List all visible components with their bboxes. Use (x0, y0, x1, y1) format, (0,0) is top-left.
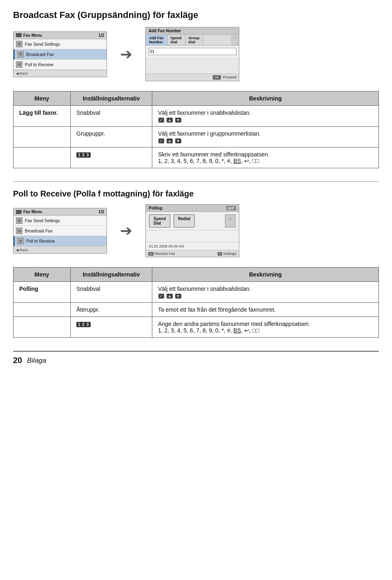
polling-fax-menu-icon (16, 210, 22, 214)
extra-button[interactable]: ··· (225, 214, 236, 228)
fax-number-input[interactable] (148, 48, 236, 55)
poll-menu-item-fax-send-settings[interactable]: ⊞ Fax Send Settings (13, 216, 107, 226)
add-fax-number-screen: Add Fax Number Add FaxNumber SpeedDial G… (145, 27, 239, 81)
table-row: 1 2 3 Skriv ett faxnummer med sifferknap… (13, 147, 379, 168)
page-label: Bilaga (27, 357, 46, 365)
fax-send-icon: ⊞ (16, 41, 22, 47)
tab-speed-dial[interactable]: SpeedDial (167, 35, 185, 45)
fax-menu-titlebar: Fax Menu 1/2 (13, 32, 107, 39)
broadcast-fax-menu-screen: Fax Menu 1/2 ⊞ Fax Send Settings ⊟ Broad… (13, 31, 107, 77)
table-row: Polling Snabbval Välj ett faxnummer i sn… (13, 282, 379, 303)
table-row: Återuppr. Ta emot ett fax från det föreg… (13, 303, 379, 317)
polling-footer: ⊙ Receive Fax ≡ Settings (146, 250, 239, 257)
polling-info-table: Meny Inställningsalter­nativ Beskrivning… (13, 267, 379, 338)
arrow-right-1: ➔ (117, 46, 136, 63)
poll-icon: ⊞ (16, 61, 22, 68)
nav-symbol-check: ✓ (158, 118, 164, 123)
nav-symbol-up: ▲ (167, 138, 173, 143)
broadcast-screens-row: Fax Menu 1/2 ⊞ Fax Send Settings ⊟ Broad… (13, 27, 379, 81)
cell-setting: Återuppr. (71, 303, 152, 317)
menu-item-label: Broadcast Fax (25, 228, 53, 233)
table-row: 1 2 3 Ange den andra partens faxnummer m… (13, 317, 379, 338)
menu-item-poll-to-receive[interactable]: ⊞ Poll to Receive (13, 60, 107, 70)
speed-dial-button[interactable]: SpeedDial (149, 214, 170, 228)
poll-fax-send-icon: ⊞ (16, 217, 22, 224)
cell-description: Välj ett faxnummer i snabbvalslistan. ✓ … (152, 282, 379, 303)
polling-fax-menu-content: ⊞ Fax Send Settings ⊟ Broadcast Fax ⊞ Po… (13, 216, 107, 246)
polling-fax-menu-screen: Fax Menu 1/2 ⊞ Fax Send Settings ⊟ Broad… (13, 208, 107, 254)
polling-screen: Polling ADF SpeedDial Redial ··· 01.01.2… (145, 204, 239, 257)
cell-menu (13, 147, 71, 168)
cell-menu (13, 317, 71, 338)
poll-col-header-beskrivning: Beskrivning (152, 268, 379, 282)
ok-button[interactable]: OK (213, 75, 221, 80)
polling-section: Poll to Receive (Polla f mottagning) för… (13, 189, 379, 338)
add-fax-tabs: Add FaxNumber SpeedDial GroupDial ··· (146, 35, 239, 46)
poll-broadcast-icon: ⊟ (16, 228, 22, 234)
settings-label: ≡ Settings (218, 252, 236, 256)
menu-item-broadcast-fax[interactable]: ⊟ Broadcast Fax (13, 49, 107, 60)
page-number: 20 (13, 356, 22, 365)
num-badge: 1 2 3 (76, 152, 91, 158)
cell-description: Ange den andra partens faxnummer med sif… (152, 317, 379, 338)
table-row: Gruppuppr. Välj ett faxnummer i gruppnum… (13, 127, 379, 147)
nav-symbol-up: ▲ (167, 118, 173, 123)
cell-setting: 1 2 3 (71, 147, 152, 168)
polling-screens-row: Fax Menu 1/2 ⊞ Fax Send Settings ⊟ Broad… (13, 204, 379, 257)
col-header-installs: Inställningsalter­nativ (71, 91, 152, 106)
nav-symbol-down: ▼ (175, 118, 181, 123)
cell-menu (13, 303, 71, 317)
cell-menu (13, 127, 71, 147)
poll-menu-item-broadcast-fax[interactable]: ⊟ Broadcast Fax (13, 226, 107, 236)
fax-menu-title: Fax Menu (23, 33, 42, 38)
cell-description: Ta emot ett fax från det föregående faxn… (152, 303, 379, 317)
nav-symbol-up: ▲ (167, 294, 173, 299)
nav-symbol-down: ▼ (175, 294, 181, 299)
broadcast-title: Broadcast Fax (Gruppsändning) för faxläg… (13, 10, 379, 20)
fax-menu-back[interactable]: ◀ Back (13, 70, 107, 77)
cell-description: Skriv ett faxnummer med sifferknappsatse… (152, 147, 379, 168)
nav-symbol-check: ✓ (158, 138, 164, 143)
cell-setting: Gruppuppr. (71, 127, 152, 147)
cell-setting: Snabbval (71, 282, 152, 303)
table-row: Lägg till faxnr. Snabbval Välj ett faxnu… (13, 106, 379, 127)
cell-description: Välj ett faxnummer i snabbvalslistan. ✓ … (152, 106, 379, 127)
polling-title: Poll to Receive (Polla f mottagning) för… (13, 189, 379, 199)
tab-group-dial[interactable]: GroupDial (185, 35, 203, 45)
nav-symbol-down: ▼ (175, 138, 181, 143)
menu-item-label: Poll to Receive (26, 239, 55, 243)
proceed-bar: OK Proceed (146, 74, 239, 81)
section-divider (13, 181, 379, 182)
adf-badge: ADF (226, 206, 236, 210)
page-footer: 20 Bilaga (13, 351, 379, 365)
cell-menu: Lägg till faxnr. (13, 106, 71, 127)
menu-item-label: Poll to Receive (25, 62, 53, 67)
broadcast-icon: ⊟ (17, 51, 24, 58)
add-fax-title: Add Fax Number (146, 27, 239, 35)
poll-menu-item-poll-to-receive[interactable]: ⊞ Poll to Receive (13, 236, 107, 246)
poll-poll-icon: ⊞ (17, 238, 24, 244)
polling-date: 01.01.2008 09:49 AM (146, 242, 239, 250)
menu-item-label: Broadcast Fax (26, 52, 54, 57)
receive-fax-icon[interactable]: ⊙ (148, 252, 154, 256)
add-fax-input-row (146, 46, 239, 57)
poll-col-header-meny: Meny (13, 268, 71, 282)
menu-item-label: Fax Send Settings (25, 42, 60, 47)
polling-title-bar: Polling ADF (146, 205, 239, 212)
broadcast-info-table: Meny Inställningsalter­nativ Beskrivning… (13, 91, 379, 168)
fax-menu-content: ⊞ Fax Send Settings ⊟ Broadcast Fax ⊞ Po… (13, 39, 107, 70)
arrow-right-2: ➔ (117, 222, 136, 239)
cell-setting: Snabbval (71, 106, 152, 127)
col-header-meny: Meny (13, 91, 71, 106)
polling-buttons: SpeedDial Redial ··· (146, 212, 239, 230)
polling-fax-menu-title: Fax Menu (23, 210, 42, 214)
broadcast-section: Broadcast Fax (Gruppsändning) för faxläg… (13, 10, 379, 168)
tab-add-fax-number[interactable]: Add FaxNumber (146, 35, 167, 45)
redial-button[interactable]: Redial (174, 214, 195, 228)
cell-menu: Polling (13, 282, 71, 303)
menu-item-fax-send-settings[interactable]: ⊞ Fax Send Settings (13, 39, 107, 49)
cell-description: Välj ett faxnummer i gruppnummerlistan. … (152, 127, 379, 147)
polling-screen-title: Polling (149, 206, 162, 210)
settings-icon[interactable]: ≡ (218, 252, 222, 256)
polling-fax-menu-back[interactable]: ◀ Back (13, 246, 107, 253)
